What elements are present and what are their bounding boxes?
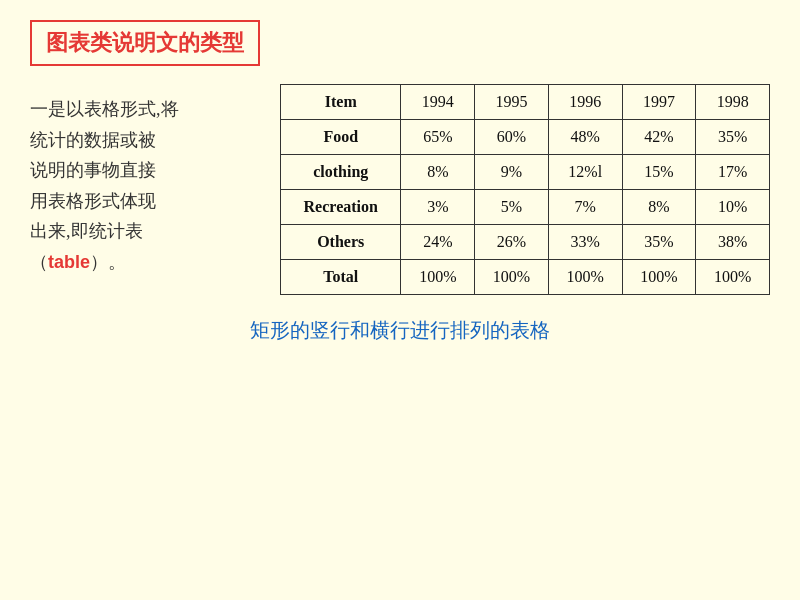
table-container: Item 1994 1995 1996 1997 1998 Food 65% 6… <box>280 84 770 295</box>
row-label-others: Others <box>281 225 401 260</box>
content-row: 一是以表格形式,将 统计的数据或被 说明的事物直接 用表格形式体现 出来,即统计… <box>30 84 770 295</box>
food-1995: 60% <box>475 120 549 155</box>
others-1997: 35% <box>622 225 696 260</box>
left-line5: 出来,即统计表 <box>30 221 143 241</box>
page-title: 图表类说明文的类型 <box>46 30 244 55</box>
left-line3: 说明的事物直接 <box>30 160 156 180</box>
others-1996: 33% <box>548 225 622 260</box>
clothing-1994: 8% <box>401 155 475 190</box>
table-row-food: Food 65% 60% 48% 42% 35% <box>281 120 770 155</box>
col-header-1997: 1997 <box>622 85 696 120</box>
recreation-1995: 5% <box>475 190 549 225</box>
row-label-food: Food <box>281 120 401 155</box>
left-line6-suffix: ）。 <box>90 252 126 272</box>
col-header-1996: 1996 <box>548 85 622 120</box>
clothing-1998: 17% <box>696 155 770 190</box>
food-1997: 42% <box>622 120 696 155</box>
table-row-others: Others 24% 26% 33% 35% 38% <box>281 225 770 260</box>
total-1998: 100% <box>696 260 770 295</box>
table-keyword: table <box>48 252 90 272</box>
clothing-1996: 12%l <box>548 155 622 190</box>
table-row-clothing: clothing 8% 9% 12%l 15% 17% <box>281 155 770 190</box>
total-1997: 100% <box>622 260 696 295</box>
others-1995: 26% <box>475 225 549 260</box>
table-header-row: Item 1994 1995 1996 1997 1998 <box>281 85 770 120</box>
left-line6-prefix: （ <box>30 252 48 272</box>
left-line4: 用表格形式体现 <box>30 191 156 211</box>
left-line2: 统计的数据或被 <box>30 130 156 150</box>
table-row-recreation: Recreation 3% 5% 7% 8% 10% <box>281 190 770 225</box>
food-1998: 35% <box>696 120 770 155</box>
data-table: Item 1994 1995 1996 1997 1998 Food 65% 6… <box>280 84 770 295</box>
others-1994: 24% <box>401 225 475 260</box>
total-1994: 100% <box>401 260 475 295</box>
col-header-1994: 1994 <box>401 85 475 120</box>
col-header-1995: 1995 <box>475 85 549 120</box>
table-row-total: Total 100% 100% 100% 100% 100% <box>281 260 770 295</box>
title-box: 图表类说明文的类型 <box>30 20 260 66</box>
col-header-item: Item <box>281 85 401 120</box>
page: 图表类说明文的类型 一是以表格形式,将 统计的数据或被 说明的事物直接 用表格形… <box>0 0 800 600</box>
footer-description: 矩形的竖行和横行进行排列的表格 <box>30 317 770 344</box>
left-line1: 一是以表格形式,将 <box>30 99 179 119</box>
food-1996: 48% <box>548 120 622 155</box>
food-1994: 65% <box>401 120 475 155</box>
row-label-total: Total <box>281 260 401 295</box>
row-label-recreation: Recreation <box>281 190 401 225</box>
recreation-1997: 8% <box>622 190 696 225</box>
left-description: 一是以表格形式,将 统计的数据或被 说明的事物直接 用表格形式体现 出来,即统计… <box>30 84 250 278</box>
clothing-1995: 9% <box>475 155 549 190</box>
recreation-1996: 7% <box>548 190 622 225</box>
total-1996: 100% <box>548 260 622 295</box>
recreation-1998: 10% <box>696 190 770 225</box>
row-label-clothing: clothing <box>281 155 401 190</box>
total-1995: 100% <box>475 260 549 295</box>
others-1998: 38% <box>696 225 770 260</box>
recreation-1994: 3% <box>401 190 475 225</box>
col-header-1998: 1998 <box>696 85 770 120</box>
clothing-1997: 15% <box>622 155 696 190</box>
